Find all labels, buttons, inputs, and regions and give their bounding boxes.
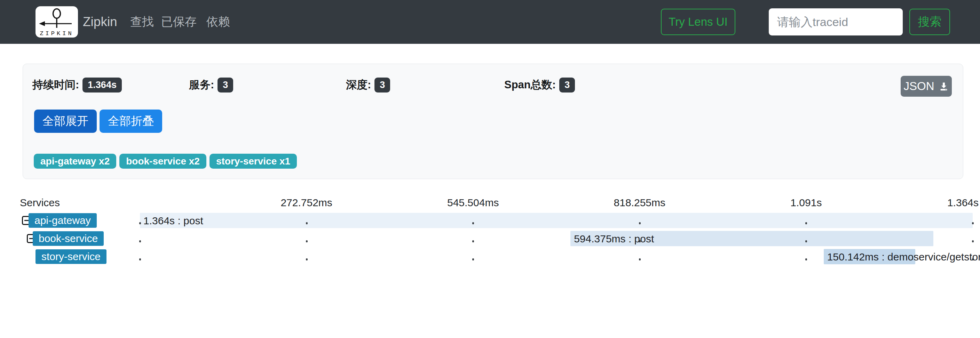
service-count-badge-api-gateway[interactable]: api-gateway x2 [34,154,116,169]
nav-link-saved[interactable]: 已保存 [161,14,197,30]
tick-dot [639,222,641,224]
nav-link-find[interactable]: 查找 [130,14,154,30]
tick-label: 818.255ms [614,197,665,209]
download-icon [939,81,949,92]
stat-duration-value: 1.364s [83,78,122,92]
download-json-button[interactable]: JSON [900,76,952,97]
span-label: 1.364s : post [140,211,203,230]
service-badge-book-service[interactable]: book-service [33,231,104,246]
tick-dot [472,259,474,260]
stat-services-value: 3 [218,78,233,92]
span-bar[interactable] [140,213,973,228]
minus-glyph [24,220,29,221]
service-count-badges: api-gateway x2 book-service x2 story-ser… [34,154,297,169]
search-button[interactable]: 搜索 [909,9,950,35]
tick-dot [639,259,641,260]
tick-dot [139,240,141,242]
service-badge-api-gateway[interactable]: api-gateway [29,213,97,228]
json-button-label: JSON [904,79,934,93]
trace-row-api-gateway: 1.364s : postapi-gateway [0,211,980,230]
expand-all-button[interactable]: 全部展开 [34,109,97,133]
tick-dot [139,259,141,260]
tick-dot [805,259,807,260]
try-lens-ui-button[interactable]: Try Lens UI [661,9,735,35]
stat-services: 服务: 3 [189,77,233,92]
navbar: ZIPKIN Zipkin 查找 已保存 依赖 Try Lens UI 搜索 [0,0,980,44]
collapse-all-button[interactable]: 全部折叠 [100,109,162,133]
tick-dot [306,259,308,260]
tick-dot [972,240,974,242]
nav-link-dependencies[interactable]: 依赖 [206,14,230,30]
span-label: 594.375ms : post [570,230,654,248]
service-badge-story-service[interactable]: story-service [35,249,107,264]
stat-depth-value: 3 [374,78,390,92]
zipkin-logo[interactable]: ZIPKIN [35,6,78,38]
svg-text:ZIPKIN: ZIPKIN [40,30,73,36]
zipkin-pin-icon: ZIPKIN [37,8,76,36]
tick-dot [472,240,474,242]
tick-dot [972,222,974,224]
stat-span-count-value: 3 [559,78,575,92]
tick-label: 272.752ms [280,197,332,209]
stat-duration: 持续时间: 1.364s [32,77,122,92]
trace-summary-card: 持续时间: 1.364s 服务: 3 深度: 3 Span总数: 3 JSON … [22,63,963,179]
stat-services-label: 服务: [189,78,214,92]
stat-depth: 深度: 3 [346,77,390,92]
service-count-badge-story-service[interactable]: story-service x1 [210,154,297,169]
tick-dot [805,222,807,224]
brand-title: Zipkin [83,14,117,29]
tick-dot [805,240,807,242]
span-label: 150.142ms : demoservice/getstory [824,248,980,266]
stat-span-count-label: Span总数: [504,78,556,92]
timeline-services-header: Services [20,197,60,209]
tick-dot [306,222,308,224]
tick-dot [306,240,308,242]
stat-span-count: Span总数: 3 [504,77,575,92]
tick-label: 1.091s [790,197,822,209]
trace-row-story-service: 150.142ms : demoservice/getstorystory-se… [0,248,980,266]
trace-row-book-service: 594.375ms : postbook-service [0,230,980,248]
service-count-badge-book-service[interactable]: book-service x2 [119,154,206,169]
tick-label: 545.504ms [447,197,499,209]
stat-duration-label: 持续时间: [32,78,79,92]
traceid-search-input[interactable] [769,8,903,35]
tick-label: 1.364s [947,197,978,209]
stat-depth-label: 深度: [346,78,371,92]
tick-dot [472,222,474,224]
